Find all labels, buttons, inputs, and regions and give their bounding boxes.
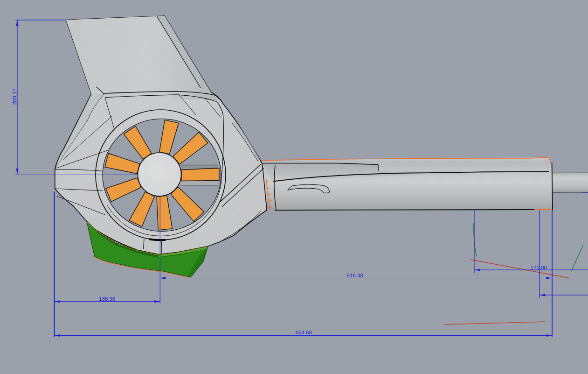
svg-text:203.17: 203.17 bbox=[12, 88, 17, 105]
svg-text:516.48: 516.48 bbox=[347, 273, 363, 278]
svg-text:138.96: 138.96 bbox=[99, 296, 115, 302]
svg-text:654.60: 654.60 bbox=[296, 330, 312, 335]
svg-text:171.00: 171.00 bbox=[531, 265, 547, 270]
